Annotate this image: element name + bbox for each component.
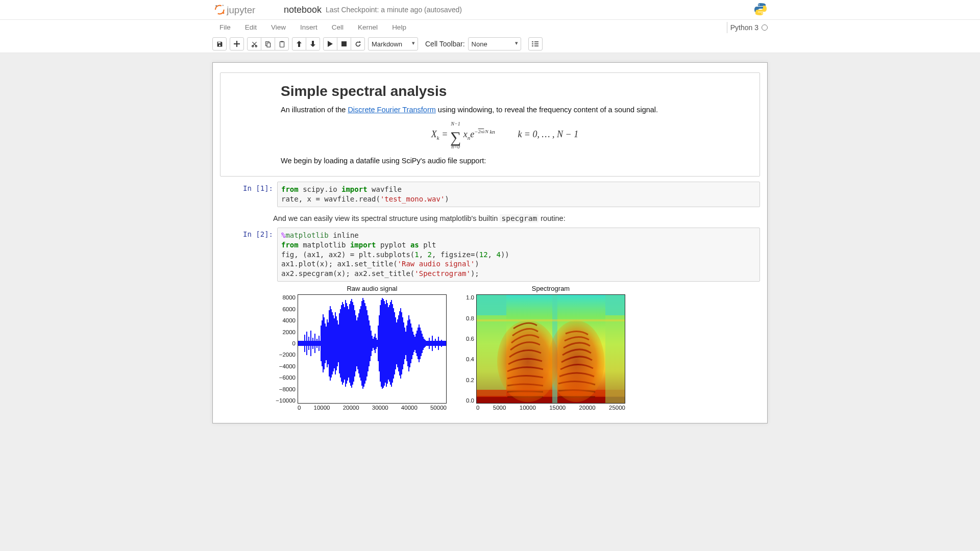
svg-rect-126 xyxy=(426,341,427,346)
svg-rect-117 xyxy=(416,331,418,356)
heading: Simple spectral analysis xyxy=(281,83,729,99)
svg-rect-37 xyxy=(335,312,336,374)
cell-type-select[interactable]: Markdown xyxy=(368,37,418,51)
svg-rect-123 xyxy=(423,337,424,350)
svg-rect-98 xyxy=(397,319,398,367)
cell-toolbar-value: None xyxy=(472,40,487,48)
move-down-button[interactable] xyxy=(306,37,320,51)
svg-rect-58 xyxy=(356,320,357,366)
svg-rect-116 xyxy=(415,334,416,353)
svg-rect-18 xyxy=(310,331,311,356)
svg-rect-102 xyxy=(401,312,402,374)
paste-button[interactable] xyxy=(275,37,289,51)
jupyter-logo[interactable]: jupyter xyxy=(212,3,274,17)
kernel-name: Python 3 xyxy=(730,23,758,32)
svg-rect-25 xyxy=(323,314,324,372)
svg-rect-78 xyxy=(377,340,378,347)
svg-point-1 xyxy=(215,5,217,7)
svg-rect-61 xyxy=(359,309,360,378)
right-xticks: 0500010000150002000025000 xyxy=(476,405,625,411)
svg-rect-107 xyxy=(406,325,407,361)
svg-rect-130 xyxy=(435,339,436,348)
dft-link[interactable]: Discrete Fourier Transform xyxy=(348,106,435,114)
svg-rect-73 xyxy=(372,336,373,351)
svg-rect-112 xyxy=(411,328,412,359)
svg-rect-35 xyxy=(333,315,334,371)
svg-rect-24 xyxy=(322,320,323,366)
svg-rect-89 xyxy=(388,307,389,380)
svg-rect-79 xyxy=(378,325,379,361)
svg-rect-62 xyxy=(360,306,361,381)
svg-rect-28 xyxy=(326,327,327,360)
svg-rect-124 xyxy=(424,339,425,348)
svg-rect-44 xyxy=(342,302,343,385)
svg-rect-80 xyxy=(379,315,380,371)
svg-rect-71 xyxy=(370,325,371,361)
input-prompt: In [2]: xyxy=(220,228,277,282)
svg-rect-137 xyxy=(477,396,625,404)
notebook-name[interactable]: notebook xyxy=(282,5,324,15)
svg-rect-12 xyxy=(281,41,282,42)
menu-kernel[interactable]: Kernel xyxy=(351,20,385,35)
svg-rect-122 xyxy=(422,334,423,353)
move-up-button[interactable] xyxy=(292,37,306,51)
run-button[interactable] xyxy=(323,37,337,51)
svg-rect-47 xyxy=(345,300,346,387)
paragraph: An illustration of the Discrete Fourier … xyxy=(281,106,729,114)
svg-rect-95 xyxy=(394,312,395,374)
code-cell[interactable]: In [2]: %matplotlib inline from matplotl… xyxy=(220,228,760,282)
svg-rect-104 xyxy=(403,322,404,364)
menu-insert[interactable]: Insert xyxy=(293,20,325,35)
command-palette-button[interactable] xyxy=(528,37,543,51)
plot-title-right: Spectrogram xyxy=(476,285,625,292)
menu-file[interactable]: File xyxy=(212,20,238,35)
svg-rect-106 xyxy=(405,332,406,355)
copy-button[interactable] xyxy=(261,37,275,51)
notebook-container: Simple spectral analysis An illustration… xyxy=(212,62,768,423)
svg-rect-119 xyxy=(419,324,420,362)
svg-rect-110 xyxy=(409,319,410,367)
markdown-cell[interactable]: Simple spectral analysis An illustration… xyxy=(220,72,760,177)
code-cell[interactable]: In [1]: from scipy.io import wavfile rat… xyxy=(220,182,760,207)
svg-rect-143 xyxy=(605,295,625,315)
cell-toolbar-select[interactable]: None xyxy=(468,37,521,51)
code-input[interactable]: %matplotlib inline from matplotlib impor… xyxy=(277,228,760,282)
svg-rect-13 xyxy=(341,41,347,46)
svg-rect-55 xyxy=(353,305,354,382)
restart-button[interactable] xyxy=(351,37,365,51)
menu-help[interactable]: Help xyxy=(385,20,413,35)
code-input[interactable]: from scipy.io import wavfile rate, x = w… xyxy=(277,182,760,207)
svg-point-5 xyxy=(758,5,760,6)
svg-rect-74 xyxy=(373,339,374,348)
svg-rect-16 xyxy=(306,332,307,355)
kernel-idle-icon xyxy=(762,24,768,31)
svg-rect-17 xyxy=(308,337,309,350)
svg-rect-39 xyxy=(337,320,338,366)
svg-rect-94 xyxy=(393,308,394,379)
output-figure: Raw audio signal 80006000400020000−2000−… xyxy=(273,285,767,411)
svg-rect-125 xyxy=(425,340,426,347)
svg-rect-75 xyxy=(374,337,375,350)
svg-rect-83 xyxy=(382,298,383,389)
svg-rect-52 xyxy=(350,301,351,386)
left-xticks: 01000020000300004000050000 xyxy=(298,405,447,411)
svg-rect-85 xyxy=(384,301,385,386)
python-logo-icon xyxy=(753,2,768,18)
svg-rect-108 xyxy=(407,320,408,366)
svg-rect-59 xyxy=(357,317,358,369)
svg-rect-136 xyxy=(477,295,506,315)
markdown-cell[interactable]: And we can easily view its spectral stru… xyxy=(273,214,737,222)
add-cell-button[interactable] xyxy=(230,37,244,51)
menu-cell[interactable]: Cell xyxy=(325,20,351,35)
svg-rect-68 xyxy=(366,310,368,377)
svg-point-0 xyxy=(215,6,224,14)
right-yticks: 1.00.80.60.40.20.0 xyxy=(460,294,474,404)
menu-view[interactable]: View xyxy=(264,20,293,35)
svg-rect-138 xyxy=(477,390,625,397)
svg-rect-72 xyxy=(371,331,372,356)
menu-edit[interactable]: Edit xyxy=(238,20,264,35)
cut-button[interactable] xyxy=(247,37,261,51)
svg-rect-15 xyxy=(304,335,305,352)
interrupt-button[interactable] xyxy=(337,37,351,51)
save-button[interactable] xyxy=(212,37,227,51)
